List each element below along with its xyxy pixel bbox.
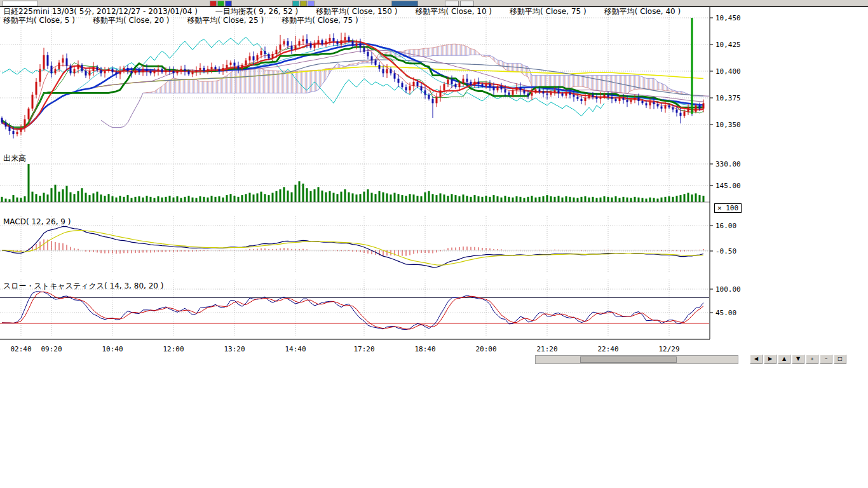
candle-body [299, 41, 301, 46]
reset-view-button[interactable]: □ [834, 355, 846, 364]
nav-down-button[interactable]: ▼ [792, 355, 804, 364]
candle-body [653, 102, 655, 104]
volume-bar [112, 196, 114, 202]
volume-bar [58, 192, 60, 202]
candle-body [36, 82, 37, 95]
toolbar-button-gray2[interactable] [460, 1, 474, 6]
candle-body [341, 40, 342, 44]
volume-bar [131, 198, 133, 202]
volume-bar [36, 194, 37, 202]
toolbar-button-red-icon[interactable] [210, 1, 217, 6]
zoom-in-button[interactable]: ＋ [806, 355, 818, 364]
volume-bar [607, 197, 609, 202]
candle-body [165, 70, 167, 72]
candle-body [70, 66, 72, 74]
scrollbar-thumb[interactable] [580, 356, 677, 363]
volume-bar [203, 197, 205, 202]
volume-bar [325, 193, 327, 202]
y-axis-label: -0.50 [715, 247, 736, 255]
candle-body [615, 99, 617, 101]
candle-body [474, 82, 476, 85]
volume-bar [421, 196, 423, 202]
candle-body [409, 86, 411, 91]
candle-body [226, 65, 228, 68]
candle-body [139, 70, 140, 72]
volume-bar [516, 196, 518, 202]
candle-body [527, 93, 529, 95]
volume-bar [337, 194, 339, 202]
volume-bar [470, 197, 472, 202]
candle-body [558, 90, 560, 93]
candle-body [177, 71, 179, 73]
volume-bar [150, 197, 152, 202]
volume-bar [619, 198, 621, 202]
nav-right-button[interactable]: ▶ [764, 355, 776, 364]
volume-bar [394, 193, 396, 202]
candle-body [371, 56, 373, 60]
toolbar-button-wide[interactable] [391, 1, 418, 6]
nav-up-button[interactable]: ▲ [778, 355, 790, 364]
candle-body [184, 69, 186, 71]
volume-bar [192, 198, 194, 202]
volume-bar [383, 193, 384, 202]
volume-bar [5, 199, 7, 202]
candle-body [543, 92, 545, 93]
volume-bar [581, 197, 583, 202]
volume-bar [596, 198, 598, 202]
volume-bar [665, 197, 667, 202]
volume-bar [405, 196, 407, 202]
candle-body [24, 119, 26, 128]
toolbar-button-yellow-icon[interactable] [300, 1, 307, 6]
x-axis-label: 09:20 [41, 345, 62, 353]
toolbar-button-gray1[interactable] [445, 1, 459, 6]
candle-body [459, 83, 461, 87]
volume-bar [478, 196, 480, 202]
candle-body [684, 112, 686, 116]
candle-body [466, 79, 468, 82]
volume-bar [211, 196, 213, 202]
candle-body [363, 48, 365, 52]
volume-bar [249, 193, 251, 202]
horizontal-scrollbar[interactable] [535, 355, 738, 364]
volume-bar [32, 192, 34, 202]
toolbar-button-cyan-icon[interactable] [292, 1, 299, 6]
x-axis-label: 10:40 [102, 345, 123, 353]
candle-body [318, 40, 320, 43]
candle-body [39, 69, 41, 82]
toolbar-dropdown[interactable] [3, 1, 38, 6]
toolbar-button-violet-icon[interactable] [308, 1, 315, 6]
volume-bar [142, 198, 144, 202]
volume-bar [302, 184, 304, 202]
volume-bar [43, 193, 45, 202]
chart-nav-buttons: ◀ ▶ ▲ ▼ ＋ － □ [750, 355, 846, 364]
candle-body [611, 97, 613, 98]
volume-bar [402, 195, 403, 202]
candle-body [173, 71, 175, 73]
zoom-out-button[interactable]: － [820, 355, 832, 364]
volume-bar [276, 191, 278, 202]
volume-bar [550, 196, 552, 202]
candle-body [116, 72, 118, 74]
candle-body [592, 95, 594, 97]
candle-body [1, 118, 3, 123]
volume-bar [463, 194, 465, 202]
volume-bar [234, 196, 236, 202]
nav-left-button[interactable]: ◀ [750, 355, 763, 364]
candle-body [322, 40, 323, 44]
candle-body [573, 95, 575, 97]
volume-bar [627, 198, 628, 202]
candle-body [108, 69, 110, 71]
volume-bar [558, 196, 560, 202]
candle-body [375, 60, 377, 65]
candle-body [222, 68, 224, 71]
toolbar-button-blue-icon[interactable] [225, 1, 232, 6]
candle-body [569, 93, 571, 95]
toolbar-button-green-icon[interactable] [217, 1, 224, 6]
candle-body [638, 98, 640, 101]
candle-body [192, 72, 194, 74]
candle-body [550, 93, 552, 95]
volume-bar [287, 191, 289, 202]
y-axis-label: 10,400 [715, 67, 741, 76]
candle-body [211, 67, 213, 69]
chart-canvas[interactable]: 10,45010,42510,40010,37510,350330.00145.… [0, 0, 868, 355]
